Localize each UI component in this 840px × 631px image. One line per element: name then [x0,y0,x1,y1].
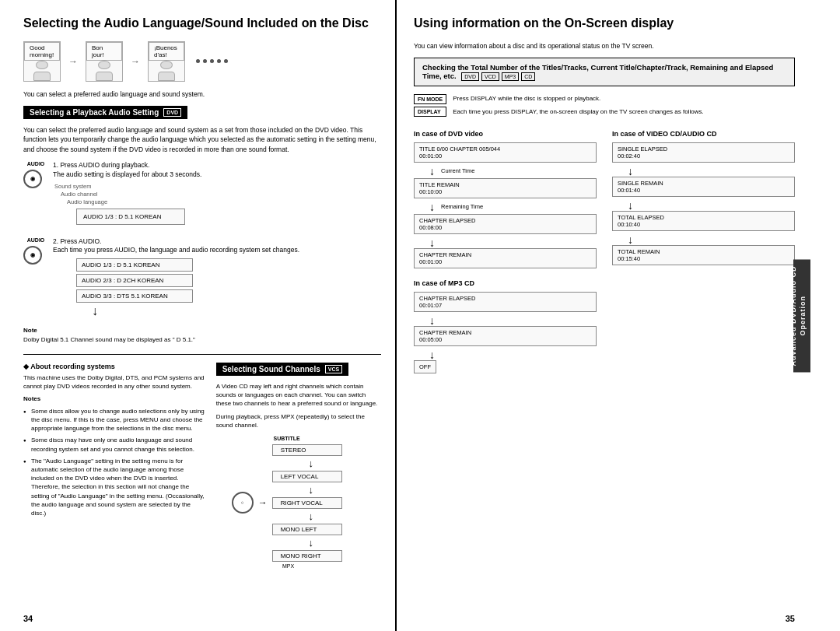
highlight-box: Checking the Total Number of the Titles/… [414,58,795,86]
dot-3 [210,59,214,63]
step1-text2: The audio setting is displayed for about… [53,170,201,180]
side-tab: Advanced DVD/Audio CD Operation [793,259,810,372]
mpx-row: SUBTITLE ○ → STEREO ↓ LEFT VOCAL [232,436,381,569]
vcd-title: In case of VIDEO CD/AUDIO CD [612,130,795,138]
vcd-arrow-2: ↓ [628,234,795,245]
mpx-label: MPX [282,563,294,569]
vcd-display-1-sub: 00:01:40 [618,187,789,194]
dots-separator [196,59,228,63]
channel-mono-right: MONO RIGHT [272,550,342,562]
menu-display-1: AUDIO 1/3 : D 5.1 KOREAN [76,209,185,225]
dvd-display-1: TITLE REMAIN 00:10:00 [414,178,597,198]
dvd-display-2-value: CHAPTER ELAPSED [419,217,591,224]
body-text-1: You can select a preferred audio languag… [23,89,381,100]
mp3-display-0-value: CHAPTER ELAPSED [419,295,591,302]
arrow-to-channels: → [258,497,268,508]
vcd-display-0-sub: 00:02:40 [618,152,789,160]
track-box-2: AUDIO 2/3 : D 2CH KOREAN [76,274,193,287]
mp3-display-0-sub: 00:01:07 [419,302,591,309]
dvd-label2: Remaining Time [441,203,483,210]
notes-items: Some discs allow you to change audio sel… [23,407,205,517]
menu-value-1: AUDIO 1/3 : D 5.1 KOREAN [83,212,178,221]
dvd-video-title: In case of DVD video [414,130,597,138]
person-figure-1: Good morning! [23,41,61,82]
down-arrow-1: ↓ [280,457,342,469]
section1-badge: DVD [163,108,181,117]
channel-right-vocal: RIGHT VOCAL [272,497,342,509]
dot-4 [217,59,221,63]
audio-icon-1: ◉ [23,170,42,188]
dvd-display-2: CHAPTER ELAPSED 00:08:00 [414,214,597,234]
dvd-display-1-value: TITLE REMAIN [419,181,591,188]
step2-text1: 2. Press AUDIO. [53,237,299,247]
greeting-illustration: Good morning! → Bon jour! → ¡Buenos d'as… [23,41,381,82]
vcd-display-0-value: SINGLE ELAPSED [618,145,789,152]
highlight-badges: DVD VCD MP3 CD [461,72,535,81]
vcd-display-3: TOTAL REMAIN 00:15:40 [612,245,795,265]
mpx-icon-box: SUBTITLE ○ → STEREO ↓ LEFT VOCAL [232,436,342,569]
step1-text1: 1. Press AUDIO during playback. [53,161,201,170]
section2-step: During playback, press MPX (repeatedly) … [216,412,381,429]
mp3-display-0: CHAPTER ELAPSED 00:01:07 [414,292,597,312]
vcd-display-1-value: SINGLE REMAIN [618,180,789,187]
mp3-display-1: CHAPTER REMAIN 00:05:00 [414,326,597,346]
note-item-1: Some discs allow you to change audio sel… [23,407,205,433]
track-box-3: AUDIO 3/3 : DTS 5.1 KOREAN [76,289,193,303]
vcd-display-1: SINGLE REMAIN 00:01:40 [612,177,795,197]
menu-label-sound: Sound system [54,183,201,190]
dot-2 [203,59,207,63]
vcd-display-0: SINGLE ELAPSED 00:02:40 [612,142,795,163]
arrow-2: → [131,56,140,67]
section2-badge: VCS [325,365,342,373]
note-item-2: Some discs may have only one audio langu… [23,436,205,453]
mp3-display-1-value: CHAPTER REMAIN [419,329,591,336]
left-main-title: Selecting the Audio Language/Sound Inclu… [23,16,381,32]
person-head-2 [98,61,110,69]
dvd-display-0: TITLE 0/00 CHAPTER 005/044 00:01:00 [414,142,597,163]
vcd-col: In case of VIDEO CD/AUDIO CD SINGLE ELAP… [612,130,795,373]
badge-cd: CD [521,72,535,81]
mp3-arrow-1: ↓ [429,349,597,360]
display-instruction1: Press DISPLAY while the disc is stopped … [453,94,795,103]
right-main-title: Using information on the On-Screen displ… [414,16,795,32]
dvd-display-3-value: CHAPTER REMAIN [419,251,591,258]
audio-icon-2: ◉ [23,246,42,265]
channel-list: STEREO ↓ LEFT VOCAL ↓ RIGHT VOCAL ↓ MONO… [272,444,342,562]
dvd-display-3: CHAPTER REMAIN 00:01:00 [414,248,597,268]
right-column: Using information on the On-Screen displ… [397,0,809,631]
person-body-2 [96,72,113,81]
dvd-display-2-sub: 00:08:00 [419,224,591,231]
greeting-label-1: Good morning! [24,42,60,61]
greeting-label-3: ¡Buenos d'as! [149,42,184,61]
badge-dvd: DVD [461,72,479,81]
side-tab-text: Advanced DVD/Audio CD Operation [789,265,807,366]
vcd-arrow-0: ↓ [628,166,795,177]
mp3-display-1-sub: 00:05:00 [419,336,591,343]
fn-mode-row: FN MODE DISPLAY Press DISPLAY while the … [414,94,795,121]
off-box: OFF [414,360,436,373]
note-item-3: The "Audio Language" setting in the sett… [23,457,205,517]
section2-header: Selecting Sound Channels VCS [216,363,349,376]
dvd-display-0-value: TITLE 0/00 CHAPTER 005/044 [419,145,591,152]
recording-body: This machine uses the Dolby Digital, DTS… [23,373,205,391]
channel-mono-left: MONO LEFT [272,524,342,535]
dvd-arrow-0: ↓ [429,166,435,177]
display-instruction2: Each time you press DISPLAY, the on-scre… [453,107,795,116]
step2-label: AUDIO [27,237,45,243]
page-number-left: 34 [23,614,33,623]
recording-title: ◆ About recording systems [23,363,205,370]
channel-stereo: STEREO [272,444,342,456]
greeting-label-2: Bon jour! [86,42,122,61]
menu-label-channel: Audio channel [61,191,201,198]
note-title: Note [23,327,381,334]
step1-label: AUDIO [27,161,45,167]
track-box-1: AUDIO 1/3 : D 5.1 KOREAN [76,258,193,272]
dvd-display-0-sub: 00:01:00 [419,152,591,160]
fn-mode-badge: FN MODE [414,94,446,104]
note-text: Dolby Digital 5.1 Channel sound may be d… [23,335,381,344]
person-head-1 [36,61,48,69]
dvd-label1: Current Time [441,167,474,174]
dvd-display-3-sub: 00:01:00 [419,258,591,265]
dvd-arrow-1: ↓ [429,202,435,212]
badge-mp3: MP3 [502,72,519,81]
